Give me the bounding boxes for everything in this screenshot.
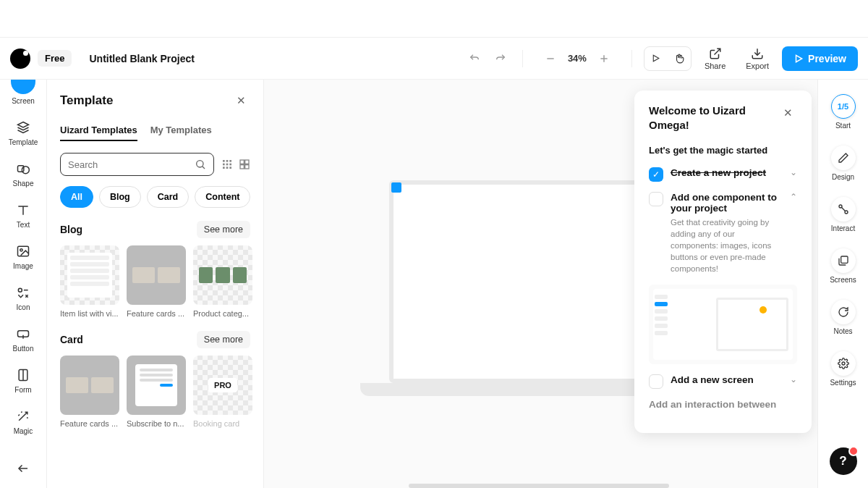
zoom-in-icon[interactable]	[594, 49, 614, 69]
tool-magic[interactable]: Magic	[0, 401, 46, 442]
nav-interact-label: Interact	[831, 224, 855, 232]
tool-icon[interactable]: Icon	[0, 277, 46, 319]
nav-notes[interactable]: Notes	[818, 294, 868, 341]
grid-large-icon[interactable]	[239, 159, 250, 170]
export-button[interactable]: Export	[739, 47, 776, 70]
onboard-desc: Get that creativity going by adding any …	[671, 216, 783, 274]
zoom-out-icon[interactable]	[540, 49, 561, 69]
search-input[interactable]	[60, 153, 214, 176]
thumb-label: Booking card	[193, 419, 252, 428]
chip-all[interactable]: All	[60, 186, 93, 208]
svg-rect-23	[223, 167, 225, 169]
help-button[interactable]: ?	[830, 447, 857, 475]
nav-start[interactable]: 1/5 Start	[818, 88, 868, 135]
logo-icon[interactable]	[10, 49, 30, 69]
tool-magic-label: Magic	[14, 427, 33, 435]
onboard-item-add-component[interactable]: Add one component to your project Get th…	[649, 192, 797, 364]
nav-settings[interactable]: Settings	[818, 345, 868, 392]
svg-rect-20	[223, 164, 225, 166]
thumb-label: Feature cards ...	[127, 309, 186, 318]
zoom-value[interactable]: 34%	[568, 53, 587, 64]
grid-dense-icon[interactable]	[221, 159, 233, 170]
onboard-item-interaction[interactable]: Add an interaction between	[649, 399, 797, 410]
search-field[interactable]	[68, 159, 195, 170]
start-badge: 1/5	[831, 94, 856, 119]
right-toolbar: 1/5 Start Design Interact Screens Notes …	[817, 80, 868, 488]
chevron-down-icon: ⌄	[790, 374, 797, 384]
checkbox-empty-icon	[649, 374, 663, 389]
see-more-blog[interactable]: See more	[197, 221, 250, 238]
nav-start-label: Start	[835, 122, 851, 130]
panel-close-button[interactable]: ✕	[231, 91, 250, 110]
chip-content[interactable]: Content	[195, 186, 250, 208]
svg-marker-5	[796, 55, 802, 62]
chip-blog[interactable]: Blog	[99, 186, 141, 208]
nav-design[interactable]: Design	[818, 140, 868, 187]
onboarding-close-button[interactable]: ✕	[780, 104, 797, 122]
undo-icon[interactable]	[464, 49, 485, 69]
button-icon	[15, 326, 31, 342]
mode-toggle[interactable]	[644, 46, 692, 71]
horizontal-scrollbar[interactable]	[409, 484, 669, 488]
tool-text-label: Text	[17, 221, 30, 229]
tool-icon-label: Icon	[17, 303, 30, 311]
plus-icon	[11, 80, 35, 94]
nav-interact[interactable]: Interact	[818, 191, 868, 238]
chevron-up-icon: ⌃	[790, 192, 797, 202]
search-icon	[195, 159, 206, 170]
icon-tool-icon	[15, 285, 31, 300]
svg-rect-22	[229, 164, 231, 166]
onboarding-panel: Welcome to Uizard Omega! ✕ Let's get the…	[634, 91, 812, 433]
project-title[interactable]: Untitled Blank Project	[89, 53, 194, 64]
tool-form-label: Form	[14, 386, 31, 394]
onboard-item-add-screen[interactable]: Add a new screen ⌄	[649, 374, 797, 389]
tool-screen[interactable]: Screen	[0, 80, 46, 112]
hand-mode-icon[interactable]	[668, 47, 691, 70]
nav-notes-label: Notes	[833, 327, 852, 335]
redo-icon[interactable]	[490, 49, 511, 69]
tool-text[interactable]: Text	[0, 195, 46, 236]
tab-uizard-templates[interactable]: Uizard Templates	[60, 125, 137, 141]
tool-shape[interactable]: Shape	[0, 153, 46, 195]
template-thumb[interactable]: Item list with vi...	[60, 245, 119, 318]
template-thumb[interactable]: Product categ...	[193, 245, 252, 318]
screens-icon	[831, 248, 856, 273]
onboard-item-create[interactable]: ✓ Create a new project ⌄	[649, 167, 797, 182]
svg-rect-17	[223, 160, 225, 162]
onboard-label: Add an interaction between	[649, 399, 797, 410]
pencil-icon	[831, 146, 856, 170]
template-thumb[interactable]: Feature cards ...	[60, 356, 119, 428]
nav-design-label: Design	[832, 173, 854, 181]
tool-template[interactable]: Template	[0, 112, 46, 153]
template-thumb[interactable]: Feature cards ...	[127, 245, 186, 318]
preview-button[interactable]: Preview	[782, 46, 858, 71]
thumb-label: Feature cards ...	[60, 419, 119, 428]
see-more-card[interactable]: See more	[197, 331, 250, 348]
template-thumb[interactable]: Subscribe to n...	[127, 356, 186, 428]
onboarding-title: Welcome to Uizard Omega!	[649, 104, 780, 132]
check-icon: ✓	[649, 167, 663, 182]
back-button[interactable]	[0, 449, 46, 488]
onboard-label: Add one component to your project	[671, 192, 783, 214]
checkbox-empty-icon	[649, 192, 663, 206]
tool-template-label: Template	[9, 138, 38, 146]
plan-badge[interactable]: Free	[38, 50, 72, 67]
svg-point-15	[197, 161, 203, 167]
template-thumb[interactable]: PRO Booking card	[193, 356, 252, 428]
tool-button[interactable]: Button	[0, 319, 46, 360]
tool-form[interactable]: Form	[0, 360, 46, 401]
share-button[interactable]: Share	[697, 47, 733, 70]
onboard-preview	[649, 285, 797, 364]
text-icon	[15, 202, 31, 218]
export-label: Export	[746, 62, 769, 70]
play-mode-icon[interactable]	[644, 47, 668, 70]
chip-card[interactable]: Card	[147, 186, 189, 208]
screen-badge-icon	[391, 182, 401, 193]
svg-point-9	[20, 249, 22, 251]
tab-my-templates[interactable]: My Templates	[150, 125, 212, 141]
form-icon	[15, 367, 31, 383]
gear-icon	[831, 351, 856, 376]
nav-screens[interactable]: Screens	[818, 243, 868, 290]
tool-screen-label: Screen	[12, 97, 35, 105]
tool-image[interactable]: Image	[0, 236, 46, 277]
